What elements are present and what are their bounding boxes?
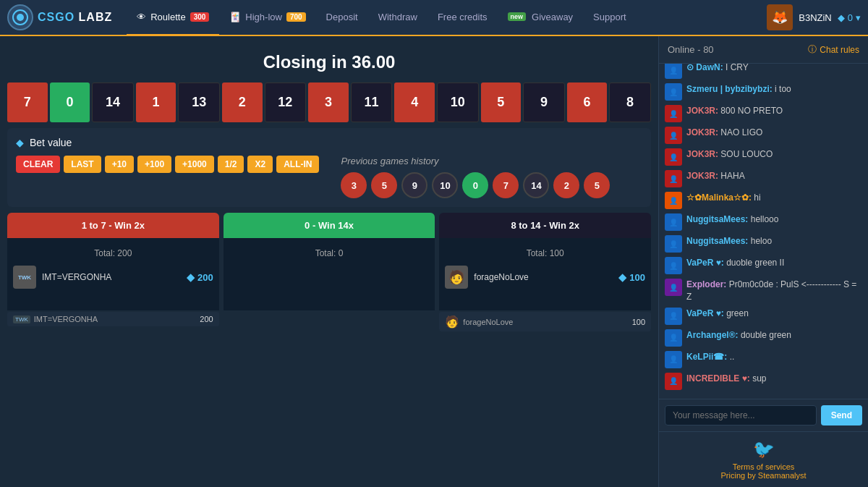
svg-point-1 [17, 14, 24, 21]
roulette-strip: 70141132123114105968 [7, 82, 651, 122]
chat-message-text: I CRY [726, 64, 749, 72]
twitter-icon: 🐦 [666, 439, 861, 460]
chat-message: 👤 JOK3R: SOU LOUCO [665, 148, 862, 166]
chat-text: ⊙ DawN: I CRY [686, 64, 749, 74]
black-col-header: 8 to 14 - Win 2x [439, 213, 651, 238]
roulette-cell-0: 0 [50, 82, 90, 122]
chat-avatar: 👤 [665, 257, 682, 274]
add10-button[interactable]: +10 [105, 156, 134, 173]
chat-username: Archangel®: [686, 330, 739, 340]
half-button[interactable]: 1/2 [218, 156, 244, 173]
chat-message: 👤 KeLPii☎: .. [665, 351, 862, 368]
bet-list-amount-twk: 200 [200, 315, 213, 323]
prev-circle: 9 [401, 172, 427, 198]
chat-username: VaPeR ♥: [686, 308, 724, 318]
prev-circle: 5 [584, 172, 610, 198]
chat-message-text: hellooo [751, 214, 779, 224]
chat-username: JOK3R: [686, 171, 718, 181]
bet-list-name-twk: TWK IMT=VERGONHA [13, 315, 98, 323]
main-content: Closing in 36.00 70141132123114105968 ◆ … [0, 36, 868, 487]
chat-username: KeLPii☎: [686, 352, 727, 362]
chat-text: ☆✿Malinka☆✿: hi [686, 192, 761, 204]
chat-message-text: double green [741, 330, 791, 340]
bet-list-row-twk: TWK IMT=VERGONHA 200 [7, 312, 219, 326]
nav-support[interactable]: Support [583, 0, 637, 35]
highlow-icon: 🃏 [229, 12, 241, 22]
chat-message-text: green [726, 308, 749, 318]
chat-message: 👤 NuggitsaMees: hellooo [665, 213, 862, 231]
chat-avatar: 👤 [665, 279, 682, 296]
diamond-icon-twk: ◆ [187, 271, 195, 283]
x2-button[interactable]: X2 [247, 156, 273, 173]
chat-rules-link[interactable]: ⓘ Chat rules [808, 43, 859, 56]
chat-avatar: 👤 [665, 235, 682, 253]
username: B3NZiN [799, 12, 832, 23]
allin-button[interactable]: ALL-IN [276, 156, 319, 173]
chat-username: NuggitsaMees: [686, 236, 748, 246]
chat-avatar: 👤 [665, 127, 682, 144]
chat-username: NuggitsaMees: [686, 214, 748, 224]
nav-roulette[interactable]: 👁 Roulette 300 [127, 0, 219, 35]
roulette-cell-9: 9 [523, 82, 565, 122]
add100-button[interactable]: +100 [137, 156, 171, 173]
prev-circle: 0 [462, 172, 488, 198]
chat-text: Exploder: Pr0m0c0de : PulS <------------… [686, 279, 862, 303]
chat-text: JOK3R: HAHA [686, 170, 745, 182]
logo: CSGO LABZ [7, 4, 112, 30]
add1000-button[interactable]: +1000 [175, 156, 214, 173]
nav-deposit[interactable]: Deposit [316, 0, 368, 35]
roulette-cell-12: 12 [265, 82, 307, 122]
user-avatar: 🦊 [767, 4, 793, 30]
chat-message: 👤 ☆✿Malinka☆✿: hi [665, 192, 862, 209]
bet-list-name-forage: 🧑 forageNoLove [445, 315, 513, 329]
roulette-cell-13: 13 [178, 82, 220, 122]
online-count: Online - 80 [668, 44, 714, 55]
logo-text: CSGO LABZ [38, 11, 112, 24]
chat-avatar: 👤 [665, 329, 682, 347]
bet-list-row-forage: 🧑 forageNoLove 100 [439, 312, 651, 331]
roulette-cell-4: 4 [394, 82, 435, 122]
bet-buttons: CLEAR LAST +10 +100 +1000 1/2 X2 ALL-IN [16, 156, 319, 173]
prev-circle: 2 [553, 172, 579, 198]
roulette-cell-6: 6 [567, 82, 608, 122]
chat-message-text: i too [775, 84, 791, 94]
chat-message-text: duoble green II [726, 258, 784, 268]
nav-giveaway[interactable]: new Giveaway [498, 0, 584, 35]
nav-freecredits[interactable]: Free credits [427, 0, 498, 35]
clear-button[interactable]: CLEAR [16, 156, 60, 173]
chat-avatar: 👤 [665, 351, 682, 368]
steamanalyst-link[interactable]: Pricing by Steamanalyst [666, 471, 861, 480]
giveaway-new-badge: new [508, 12, 527, 21]
chat-username: Exploder: [686, 279, 726, 289]
chat-avatar: 👤 [665, 213, 682, 231]
chat-text: INCREDIBLE ♥: sup [686, 373, 767, 385]
terms-link[interactable]: Terms of services [666, 462, 861, 471]
bet-col-green: 0 - Win 14x Total: 0 [224, 213, 435, 333]
green-col-header: 0 - Win 14x [224, 213, 435, 238]
chat-sidebar: Online - 80 ⓘ Chat rules 👤 Гладіатор: за… [658, 36, 868, 487]
last-button[interactable]: LAST [64, 156, 101, 173]
chat-message-text: heloo [751, 236, 772, 246]
roulette-cell-1: 1 [136, 82, 176, 122]
chat-username: ☆✿Malinka☆✿: [686, 192, 752, 203]
chat-username: Szmeru | bybzibybzi: [686, 84, 773, 94]
chat-avatar: 👤 [665, 170, 682, 187]
nav-withdraw[interactable]: Withdraw [368, 0, 427, 35]
bet-header: ◆ Bet value [16, 137, 642, 148]
nav-highlow[interactable]: 🃏 High-low 700 [219, 0, 315, 35]
chat-avatar: 👤 [665, 105, 682, 122]
chat-text: JOK3R: NAO LIGO [686, 127, 762, 139]
bet-amount-twk: ◆ 200 [187, 271, 213, 283]
chat-message: 👤 Archangel®: double green [665, 329, 862, 347]
chat-message: 👤 Szmeru | bybzibybzi: i too [665, 83, 862, 101]
chat-text: JOK3R: SOU LOUCO [686, 148, 773, 161]
prev-circles: 35910071425 [341, 172, 642, 198]
bet-list-amount-forage: 100 [632, 318, 645, 326]
bet-amount-forage: ◆ 100 [618, 271, 645, 283]
chat-input[interactable] [665, 405, 817, 425]
chat-send-button[interactable]: Send [821, 405, 862, 425]
chat-username: JOK3R: [686, 127, 718, 137]
chat-message-text: NAO LIGO [720, 127, 762, 137]
highlow-badge: 700 [286, 12, 306, 22]
chat-avatar: 👤 [665, 373, 682, 390]
